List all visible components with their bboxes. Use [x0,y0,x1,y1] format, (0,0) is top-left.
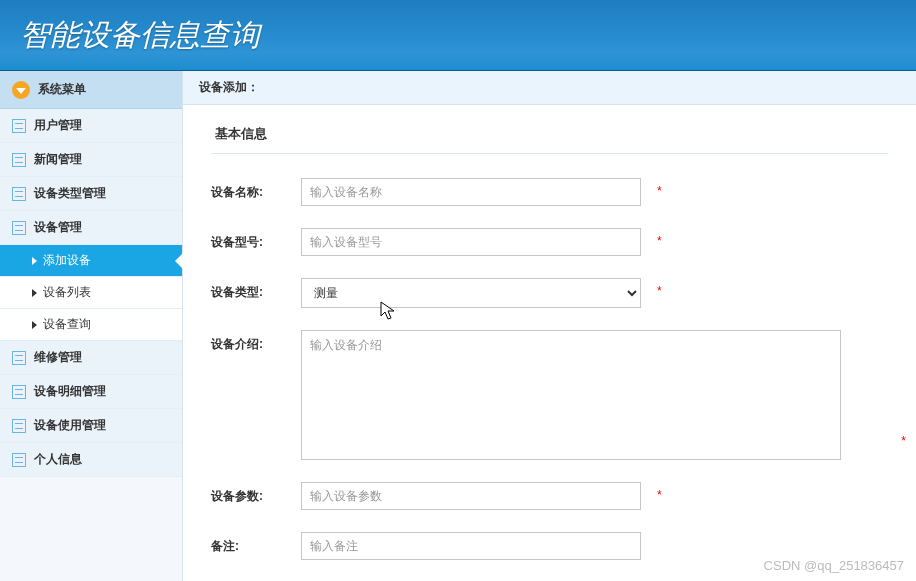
input-device-model[interactable] [301,228,641,256]
required-mark: * [657,278,662,298]
label-device-intro: 设备介绍: [211,330,301,353]
sidebar-menu-header[interactable]: 系统菜单 [0,71,182,109]
sidebar-item-label: 用户管理 [34,117,82,134]
list-icon [12,153,26,167]
sidebar-item-label: 新闻管理 [34,151,82,168]
list-icon [12,119,26,133]
textarea-device-intro[interactable] [301,330,841,460]
list-icon [12,351,26,365]
sub-item-label: 设备列表 [43,284,91,301]
main-content: 设备添加： 基本信息 设备名称: * 设备型号: * 设备类型: 测量 * [183,71,916,581]
required-mark: * [901,428,906,448]
sidebar-item-label: 设备明细管理 [34,383,106,400]
sidebar-item-device-type[interactable]: 设备类型管理 [0,177,182,211]
breadcrumb-text: 设备添加： [199,79,259,96]
input-device-params[interactable] [301,482,641,510]
app-header: 智能设备信息查询 [0,0,916,71]
label-device-type: 设备类型: [211,278,301,301]
arrow-right-icon [32,257,37,265]
required-mark: * [657,482,662,502]
input-device-name[interactable] [301,178,641,206]
list-icon [12,221,26,235]
sub-item-device-query[interactable]: 设备查询 [0,309,182,341]
label-device-model: 设备型号: [211,228,301,251]
select-device-type[interactable]: 测量 [301,278,641,308]
label-device-name: 设备名称: [211,178,301,201]
label-remark: 备注: [211,532,301,555]
list-icon [12,419,26,433]
sidebar-item-label: 设备管理 [34,219,82,236]
app-title: 智能设备信息查询 [20,15,260,56]
list-icon [12,385,26,399]
required-mark: * [657,178,662,198]
sidebar-item-label: 个人信息 [34,451,82,468]
breadcrumb: 设备添加： [183,71,916,105]
sidebar-item-repair[interactable]: 维修管理 [0,341,182,375]
collapse-icon [12,81,30,99]
sidebar-item-device-detail[interactable]: 设备明细管理 [0,375,182,409]
input-remark[interactable] [301,532,641,560]
sidebar-item-news[interactable]: 新闻管理 [0,143,182,177]
list-icon [12,187,26,201]
sidebar-item-label: 维修管理 [34,349,82,366]
list-icon [12,453,26,467]
sidebar: 系统菜单 用户管理 新闻管理 设备类型管理 设备管理 添加设备 设备列表 [0,71,183,581]
sidebar-item-label: 设备使用管理 [34,417,106,434]
sub-item-device-list[interactable]: 设备列表 [0,277,182,309]
sidebar-item-label: 设备类型管理 [34,185,106,202]
sidebar-item-device[interactable]: 设备管理 [0,211,182,245]
section-title: 基本信息 [211,125,888,154]
sidebar-item-device-usage[interactable]: 设备使用管理 [0,409,182,443]
label-device-params: 设备参数: [211,482,301,505]
svg-marker-0 [16,88,26,94]
sub-item-add-device[interactable]: 添加设备 [0,245,182,277]
sidebar-item-profile[interactable]: 个人信息 [0,443,182,477]
sub-item-label: 设备查询 [43,316,91,333]
arrow-right-icon [32,289,37,297]
sidebar-menu-title: 系统菜单 [38,81,86,98]
sidebar-item-user[interactable]: 用户管理 [0,109,182,143]
arrow-right-icon [32,321,37,329]
sub-item-label: 添加设备 [43,252,91,269]
required-mark: * [657,228,662,248]
